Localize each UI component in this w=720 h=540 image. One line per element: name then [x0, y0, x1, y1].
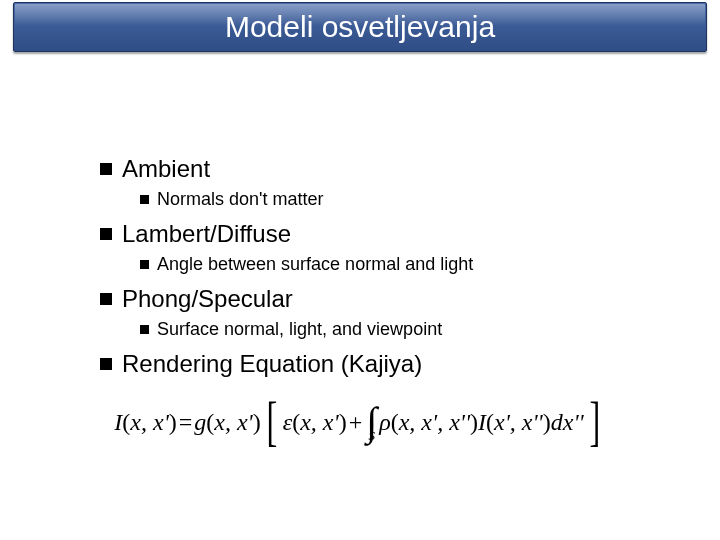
- bullet-ambient: Ambient: [100, 155, 660, 183]
- sub-bullet: Angle between surface normal and light: [140, 254, 660, 275]
- bullet-label: Ambient: [122, 155, 210, 183]
- eq-eps-args: x, x': [300, 409, 338, 436]
- bullet-lambert: Lambert/Diffuse: [100, 220, 660, 248]
- sub-bullet-label: Angle between surface normal and light: [157, 254, 473, 275]
- eq-rho-args: x, x', x'': [399, 409, 470, 436]
- bullet-icon: [100, 293, 112, 305]
- eq-rho: ρ: [379, 409, 391, 436]
- eq-I-args: x, x': [130, 409, 168, 436]
- equation: I(x, x') = g(x, x') [ ε(x, x') + ∫S ρ(x,…: [0, 395, 720, 449]
- equation-body: I(x, x') = g(x, x') [ ε(x, x') + ∫S ρ(x,…: [114, 395, 605, 449]
- slide: Modeli osvetljevanja Ambient Normals don…: [0, 0, 720, 540]
- bullet-icon: [140, 195, 149, 204]
- eq-g-args: x, x': [214, 409, 252, 436]
- eq-I2-args: x', x'': [494, 409, 543, 436]
- bullet-icon: [140, 325, 149, 334]
- bullet-label: Rendering Equation (Kajiya): [122, 350, 422, 378]
- eq-dx: dx'': [551, 409, 584, 436]
- bullet-icon: [100, 163, 112, 175]
- sub-bullets: Surface normal, light, and viewpoint: [140, 319, 660, 340]
- integral-icon: ∫S: [366, 402, 377, 442]
- eq-I: I: [114, 409, 122, 436]
- sub-bullet-label: Surface normal, light, and viewpoint: [157, 319, 442, 340]
- bullet-icon: [100, 358, 112, 370]
- bullet-icon: [140, 260, 149, 269]
- content-area: Ambient Normals don't matter Lambert/Dif…: [100, 155, 660, 384]
- bullet-phong: Phong/Specular: [100, 285, 660, 313]
- eq-I2: I: [478, 409, 486, 436]
- eq-g: g: [194, 409, 206, 436]
- sub-bullet: Surface normal, light, and viewpoint: [140, 319, 660, 340]
- title-bar: Modeli osvetljevanja: [13, 2, 707, 52]
- sub-bullets: Normals don't matter: [140, 189, 660, 210]
- bullet-icon: [100, 228, 112, 240]
- slide-title: Modeli osvetljevanja: [225, 10, 495, 44]
- sub-bullets: Angle between surface normal and light: [140, 254, 660, 275]
- sub-bullet-label: Normals don't matter: [157, 189, 324, 210]
- eq-int-sub: S: [368, 416, 375, 456]
- bullet-label: Lambert/Diffuse: [122, 220, 291, 248]
- bullet-rendering-equation: Rendering Equation (Kajiya): [100, 350, 660, 378]
- sub-bullet: Normals don't matter: [140, 189, 660, 210]
- eq-eps: ε: [283, 409, 292, 436]
- bullet-label: Phong/Specular: [122, 285, 293, 313]
